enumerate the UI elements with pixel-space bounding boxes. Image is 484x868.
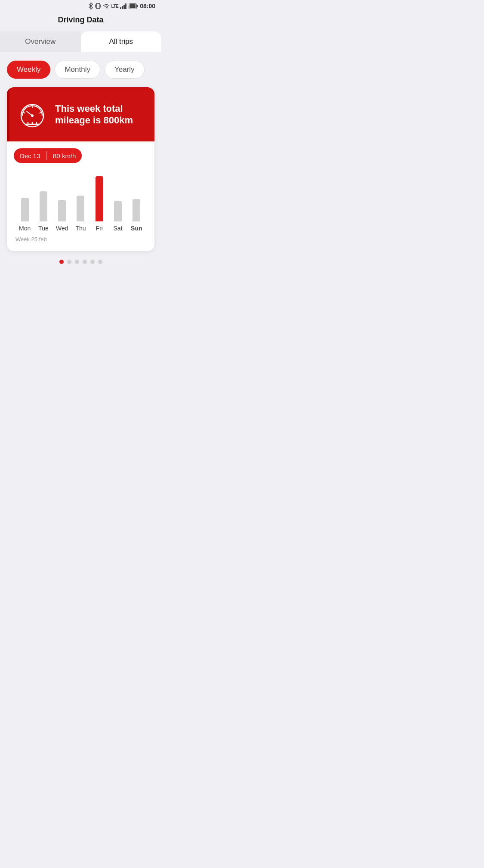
week-label: Week 25 feb [14,236,148,242]
card-header: This week total mileage is 800km [7,87,154,141]
pagination-dots [7,251,154,271]
bar-tue[interactable] [34,191,52,221]
day-thu: Thu [71,225,90,232]
mileage-text: This week total mileage is 800km [55,103,144,126]
status-time: 08:00 [140,3,155,9]
main-content: Weekly Monthly Yearly [0,52,161,278]
day-mon: Mon [15,225,34,232]
tab-all-trips[interactable]: All trips [81,31,162,52]
day-labels: Mon Tue Wed Thu Fri Sat Sun [14,225,148,232]
svg-rect-3 [120,7,121,9]
day-fri: Fri [90,225,108,232]
bar-fri-bar [96,176,103,221]
svg-rect-0 [96,3,100,9]
tabs-container: Overview All trips [0,31,161,52]
lte-icon: LTE [111,4,119,9]
battery-icon [129,3,138,9]
day-sun: Sun [127,225,146,232]
page-title: Driving Data [58,15,103,24]
bar-wed[interactable] [53,200,71,221]
svg-rect-5 [123,5,125,9]
svg-rect-4 [122,6,123,9]
tooltip-speed: 80 km/h [47,152,82,159]
vibrate-icon [95,3,101,9]
svg-rect-9 [137,5,138,7]
dot-1[interactable] [59,260,64,264]
dot-3[interactable] [75,260,79,264]
status-icons: LTE 08:00 [88,3,155,9]
svg-rect-6 [125,3,126,9]
bar-tooltip: Dec 13 80 km/h [14,148,82,163]
app-header: Driving Data [0,12,161,31]
dot-6[interactable] [98,260,102,264]
day-tue: Tue [34,225,52,232]
bar-thu[interactable] [71,196,90,221]
speedometer-icon [17,99,47,129]
day-wed: Wed [53,225,71,232]
bar-sun-bar [133,199,140,221]
bar-thu-bar [77,196,84,221]
period-monthly-button[interactable]: Monthly [55,61,100,79]
bar-chart [14,170,148,221]
signal-icon [120,3,127,9]
dot-2[interactable] [67,260,71,264]
bar-sat-bar [114,201,122,221]
wifi-icon [103,3,110,9]
bar-mon-bar [21,198,29,221]
bar-fri[interactable] [90,176,108,221]
bar-mon[interactable] [15,198,34,221]
card-body: Dec 13 80 km/h [7,141,154,251]
svg-rect-8 [129,4,136,8]
weekly-summary-card: This week total mileage is 800km Dec 13 … [7,87,154,251]
tab-overview[interactable]: Overview [0,31,81,52]
tooltip-date: Dec 13 [14,152,46,159]
svg-line-13 [40,112,42,113]
svg-point-15 [31,114,34,117]
period-yearly-button[interactable]: Yearly [105,61,145,79]
period-filter: Weekly Monthly Yearly [7,61,154,79]
period-weekly-button[interactable]: Weekly [7,61,50,79]
status-bar: LTE 08:00 [0,0,161,12]
dot-5[interactable] [90,260,95,264]
bar-tue-bar [40,191,47,221]
svg-line-12 [23,112,25,113]
bar-sat[interactable] [108,201,127,221]
day-sat: Sat [108,225,127,232]
bar-wed-bar [58,200,66,221]
dot-4[interactable] [83,260,87,264]
bar-sun[interactable] [127,199,146,221]
bluetooth-icon [88,3,93,9]
